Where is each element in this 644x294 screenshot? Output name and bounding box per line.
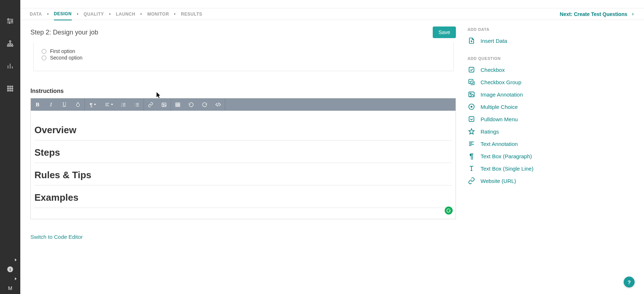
text-single-icon: [468, 165, 475, 172]
radio-option-1[interactable]: First option: [42, 48, 445, 54]
link-button[interactable]: [144, 98, 157, 111]
add-text-single-button[interactable]: Text Box (Single Line): [468, 162, 575, 175]
svg-point-19: [8, 88, 9, 89]
leftnav-item-contributors[interactable]: [0, 79, 20, 98]
radio-input[interactable]: [42, 56, 46, 60]
add-image-annotation-button[interactable]: Image Annotation: [468, 88, 575, 101]
ordered-list-button[interactable]: 123: [117, 98, 130, 111]
item-label: Ratings: [481, 128, 499, 135]
tab-results[interactable]: RESULTS: [181, 8, 202, 20]
section-steps: Steps: [34, 140, 452, 163]
radio-option-2[interactable]: Second option: [42, 55, 445, 61]
item-label: Multiple Choice: [481, 104, 518, 110]
item-label: Checkbox: [481, 67, 505, 73]
add-text-annotation-button[interactable]: Text Annotation: [468, 138, 575, 150]
svg-point-18: [12, 86, 13, 87]
item-label: Checkbox Group: [481, 79, 522, 85]
leftnav-item-workflows[interactable]: [0, 34, 20, 53]
table-icon: [175, 102, 180, 107]
grammarly-icon[interactable]: [445, 207, 453, 215]
add-website-button[interactable]: Website (URL): [468, 175, 575, 187]
svg-point-20: [9, 88, 11, 89]
tab-data[interactable]: DATA: [30, 8, 42, 20]
save-button[interactable]: Save: [433, 26, 456, 38]
svg-point-53: [470, 93, 471, 94]
undo-button[interactable]: [184, 98, 198, 111]
link-icon: [148, 102, 153, 107]
chevron-right-icon: [76, 12, 79, 17]
expand-indicator-icon: [15, 258, 17, 261]
color-button[interactable]: [71, 98, 84, 111]
table-button[interactable]: [171, 98, 184, 111]
code-view-button[interactable]: [211, 98, 225, 111]
editor-content[interactable]: Overview Steps Rules & Tips Examples: [31, 111, 456, 219]
add-multiple-choice-button[interactable]: Multiple Choice: [468, 101, 575, 113]
svg-point-6: [9, 22, 10, 23]
sitemap-icon: [7, 40, 14, 47]
tab-monitor[interactable]: MONITOR: [147, 8, 169, 20]
align-button[interactable]: [101, 98, 117, 111]
add-checkbox-button[interactable]: Checkbox: [468, 64, 575, 76]
paragraph-format-button[interactable]: ¶: [85, 98, 101, 111]
svg-point-0: [8, 19, 9, 20]
svg-rect-40: [162, 103, 166, 106]
radio-input[interactable]: [42, 49, 46, 54]
radio-label: First option: [50, 48, 75, 54]
code-icon: [215, 102, 221, 107]
info-icon[interactable]: i: [7, 266, 13, 272]
svg-point-17: [9, 86, 11, 87]
bold-button[interactable]: B: [31, 98, 44, 111]
section-overview: Overview: [34, 118, 452, 140]
add-pulldown-button[interactable]: Pulldown Menu: [468, 113, 575, 125]
redo-icon: [202, 102, 207, 107]
svg-point-23: [9, 90, 11, 91]
sliders-icon: [7, 17, 14, 25]
instructions-heading: Instructions: [30, 88, 456, 94]
svg-point-11: [9, 45, 11, 46]
unordered-list-button[interactable]: [130, 98, 144, 111]
user-avatar[interactable]: M: [8, 285, 12, 291]
svg-point-37: [135, 103, 135, 103]
insert-data-button[interactable]: Insert Data: [468, 34, 575, 47]
tab-launch[interactable]: LAUNCH: [116, 8, 136, 20]
svg-point-38: [135, 104, 135, 105]
italic-button[interactable]: I: [44, 98, 58, 111]
svg-point-41: [163, 104, 164, 105]
checkbox-group-icon: [468, 78, 475, 86]
underline-button[interactable]: U: [58, 98, 71, 111]
svg-point-24: [12, 90, 13, 91]
question-card[interactable]: First option Second option: [33, 42, 454, 71]
help-button[interactable]: ?: [624, 277, 635, 287]
svg-point-22: [8, 90, 9, 91]
image-icon: [161, 102, 167, 107]
grid-icon: [7, 85, 14, 92]
section-examples: Examples: [34, 185, 452, 208]
svg-line-47: [217, 103, 219, 107]
list-ul-icon: [134, 102, 140, 107]
divider: [34, 208, 452, 208]
leftnav-item-analytics[interactable]: [0, 57, 20, 75]
add-ratings-button[interactable]: Ratings: [468, 125, 575, 138]
next-step-link[interactable]: Next: Create Test Questions: [560, 11, 635, 17]
svg-point-55: [471, 106, 473, 108]
page-title: Step 2: Design your job: [30, 29, 98, 36]
top-spacer: [20, 0, 644, 8]
add-checkbox-group-button[interactable]: Checkbox Group: [468, 76, 575, 88]
redo-button[interactable]: [198, 98, 211, 111]
add-text-paragraph-button[interactable]: ¶ Text Box (Paragraph): [468, 150, 575, 162]
svg-point-16: [8, 86, 9, 87]
item-label: Image Annotation: [481, 91, 523, 98]
chevron-right-icon: [631, 12, 635, 16]
item-label: Text Box (Paragraph): [481, 153, 532, 159]
tab-design[interactable]: DESIGN: [54, 8, 72, 20]
image-button[interactable]: [157, 98, 171, 111]
right-sidebar: ADD DATA Insert Data ADD QUESTION Checkb…: [466, 20, 579, 294]
item-label: Text Box (Single Line): [481, 166, 533, 172]
add-question-heading: ADD QUESTION: [468, 56, 575, 61]
tab-quality[interactable]: QUALITY: [84, 8, 104, 20]
align-left-icon: [105, 102, 110, 107]
switch-code-editor-link[interactable]: Switch to Code Editor: [30, 234, 83, 240]
svg-rect-52: [469, 92, 474, 97]
leftnav-item-jobs[interactable]: [0, 12, 20, 30]
star-icon: [468, 128, 475, 135]
